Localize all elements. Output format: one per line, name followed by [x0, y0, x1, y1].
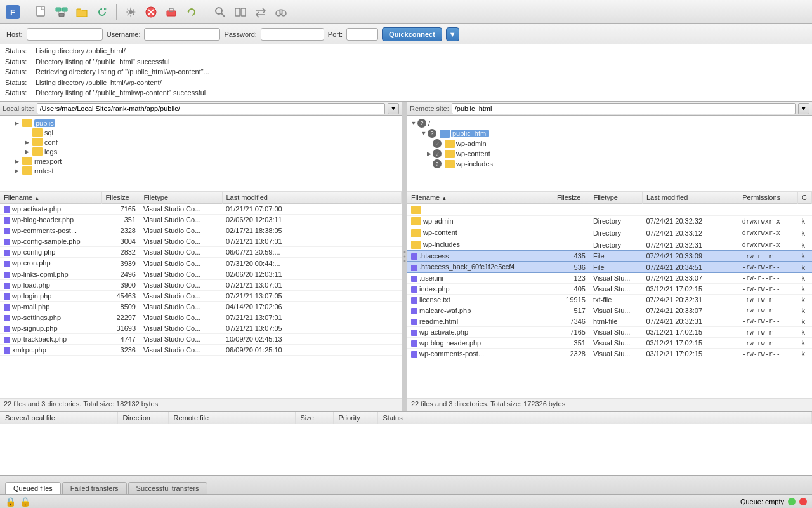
remote-file-perms: -rw-rw-r-- [738, 349, 798, 359]
refresh-icon[interactable] [95, 4, 110, 20]
local-table-row[interactable]: wp-mail.php 8509 Visual Studio Co... 04/… [0, 301, 402, 312]
tree-toggle-public_html[interactable]: ▼ [420, 130, 428, 137]
queue-col-server-local[interactable]: Server/Local file [0, 412, 117, 424]
local-path-input[interactable] [37, 103, 385, 114]
tree-item-rmexport[interactable]: ▶ rmexport [0, 156, 402, 166]
remote-col-permissions[interactable]: Permissions [738, 192, 798, 204]
app-icon[interactable]: F [5, 4, 20, 20]
remote-table-row[interactable]: index.php 405 Visual Stu... 03/12/21 17:… [407, 283, 812, 294]
remote-col-owner[interactable]: C [798, 192, 812, 204]
tree-toggle-wp-content[interactable]: ▶ [425, 150, 433, 157]
local-table-row[interactable]: wp-login.php 45463 Visual Studio Co... 0… [0, 290, 402, 301]
remote-table-row[interactable]: wp-includes Directory 07/24/21 20:32:31 … [407, 239, 812, 251]
status-key-1: Status: [5, 46, 32, 57]
local-table-row[interactable]: wp-config.php 2832 Visual Studio Co... 0… [0, 247, 402, 258]
reconnect-icon[interactable] [184, 4, 199, 20]
remote-table-row[interactable]: wp-activate.php 7165 Visual Stu... 03/12… [407, 327, 812, 338]
tree-item-public[interactable]: ▶ public [0, 118, 402, 128]
tree-item-wp-content[interactable]: ▶ ? wp-content [407, 149, 812, 159]
remote-table-row[interactable]: .htaccess 435 File 07/24/21 20:33:09 -rw… [407, 251, 812, 262]
remote-table-row[interactable]: wp-admin Directory 07/24/21 20:32:32 drw… [407, 215, 812, 227]
tree-item-conf[interactable]: ▶ conf [0, 137, 402, 147]
remote-table-row[interactable]: license.txt 19915 txt-file 07/24/21 20:3… [407, 294, 812, 305]
cancel-transfer-icon[interactable] [143, 4, 159, 20]
remote-file-perms: -rw-rw-r-- [738, 305, 798, 316]
remote-file-size: 7346 [553, 316, 589, 326]
local-table-row[interactable]: wp-settings.php 22297 Visual Studio Co..… [0, 312, 402, 323]
new-document-icon[interactable] [34, 4, 49, 20]
queue-col-size[interactable]: Size [295, 412, 333, 424]
settings-icon[interactable] [123, 4, 138, 20]
remote-col-filetype[interactable]: Filetype [589, 192, 642, 204]
quickconnect-dropdown-button[interactable]: ▼ [446, 27, 459, 41]
local-table-row[interactable]: wp-config-sample.php 3004 Visual Studio … [0, 236, 402, 247]
tree-item-wp-admin[interactable]: ? wp-admin [407, 138, 812, 149]
remote-path-input[interactable] [452, 103, 796, 114]
local-table-row[interactable]: wp-signup.php 31693 Visual Studio Co... … [0, 323, 402, 334]
tree-item-logs[interactable]: ▶ logs [0, 147, 402, 156]
remote-file-type: Visual Stu... [589, 272, 642, 283]
sync-browse-icon[interactable] [253, 4, 268, 20]
tree-item-public_html[interactable]: ▼ ? public_html [407, 128, 812, 138]
local-col-filesize[interactable]: Filesize [102, 192, 140, 204]
site-manager-icon[interactable] [54, 4, 69, 20]
remote-table-row[interactable]: malcare-waf.php 517 Visual Stu... 07/24/… [407, 305, 812, 316]
remote-table-row[interactable]: .user.ini 123 Visual Stu... 07/24/21 20:… [407, 272, 812, 283]
open-icon[interactable] [74, 4, 89, 20]
remote-col-modified[interactable]: Last modified [642, 192, 738, 204]
queue-col-priority[interactable]: Priority [333, 412, 377, 424]
compare-icon[interactable] [233, 4, 248, 20]
local-table-row[interactable]: xmlrpc.php 3236 Visual Studio Co... 06/0… [0, 345, 402, 356]
remote-table-row[interactable]: wp-content Directory 07/24/21 20:33:12 d… [407, 227, 812, 239]
remote-path-dropdown[interactable]: ▼ [798, 103, 809, 114]
status-key-3: Status: [5, 67, 32, 77]
tree-item-rmtest[interactable]: ▶ rmtest [0, 166, 402, 175]
queue-col-direction[interactable]: Direction [117, 412, 168, 424]
local-col-filetype[interactable]: Filetype [140, 192, 222, 204]
remote-table-row[interactable]: wp-blog-header.php 351 Visual Stu... 03/… [407, 338, 812, 349]
tree-toggle-public[interactable]: ▶ [13, 119, 20, 127]
remote-table-row[interactable]: readme.html 7346 html-file 07/24/21 20:3… [407, 316, 812, 326]
tree-item-root[interactable]: ▼ ? / [407, 118, 812, 128]
svg-rect-4 [62, 8, 67, 11]
binoculars-icon[interactable] [273, 4, 289, 20]
port-input[interactable] [346, 28, 378, 41]
tab-queued-files[interactable]: Queued files [5, 482, 61, 494]
tab-successful-transfers[interactable]: Successful transfers [128, 482, 207, 494]
local-table-row[interactable]: wp-activate.php 7165 Visual Studio Co...… [0, 204, 402, 215]
local-table-row[interactable]: wp-comments-post... 2328 Visual Studio C… [0, 225, 402, 236]
disconnect-icon[interactable] [164, 4, 179, 20]
local-table-row[interactable]: wp-trackback.php 4747 Visual Studio Co..… [0, 334, 402, 345]
username-input[interactable] [144, 28, 220, 41]
password-input[interactable] [261, 28, 324, 41]
local-table-row[interactable]: wp-load.php 3900 Visual Studio Co... 07/… [0, 279, 402, 290]
local-col-filename[interactable]: Filename ▲ [0, 192, 102, 204]
remote-table-row[interactable]: .. [407, 204, 812, 216]
tab-failed-transfers[interactable]: Failed transfers [62, 482, 127, 494]
quickconnect-button[interactable]: Quickconnect [382, 27, 442, 41]
tree-toggle-conf[interactable]: ▶ [23, 138, 30, 146]
remote-table-row[interactable]: .htaccess_back_60fc1f2e5ccf4 536 File 07… [407, 262, 812, 272]
local-file-type: Visual Studio Co... [140, 290, 222, 301]
tree-toggle-logs[interactable]: ▶ [23, 148, 30, 156]
local-table-row[interactable]: wp-links-opml.php 2496 Visual Studio Co.… [0, 269, 402, 279]
pane-splitter[interactable] [402, 102, 407, 411]
local-table-row[interactable]: wp-cron.php 3939 Visual Studio Co... 07/… [0, 258, 402, 269]
tree-toggle-root[interactable]: ▼ [410, 119, 417, 127]
local-table-row[interactable]: wp-blog-header.php 351 Visual Studio Co.… [0, 215, 402, 225]
tree-toggle-rmtest[interactable]: ▶ [13, 167, 20, 175]
remote-col-filesize[interactable]: Filesize [553, 192, 589, 204]
remote-file-owner: k [798, 316, 812, 326]
local-col-modified[interactable]: Last modified [222, 192, 402, 204]
tree-item-wp-includes[interactable]: ? wp-includes [407, 159, 812, 169]
tree-item-sql[interactable]: sql [0, 128, 402, 137]
remote-table-row[interactable]: wp-comments-post... 2328 Visual Stu... 0… [407, 349, 812, 359]
queue-col-remote-file[interactable]: Remote file [168, 412, 295, 424]
tree-toggle-rmexport[interactable]: ▶ [13, 157, 20, 165]
remote-col-filename[interactable]: Filename ▲ [407, 192, 553, 204]
host-input[interactable] [27, 28, 103, 41]
remote-file-name: wp-admin [407, 215, 553, 227]
local-path-dropdown[interactable]: ▼ [388, 103, 399, 114]
queue-col-status[interactable]: Status [377, 412, 812, 424]
find-icon[interactable] [213, 4, 228, 20]
